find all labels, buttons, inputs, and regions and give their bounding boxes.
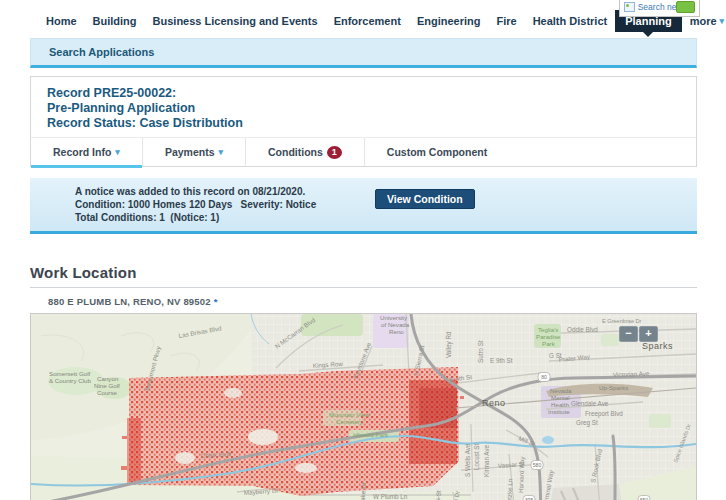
zoom-in-button[interactable]: + <box>639 326 658 342</box>
map-zoom-control: − + <box>619 326 658 342</box>
nav-item-business-licensing[interactable]: Business Licensing and Events <box>145 10 326 32</box>
map-label: Mountain View <box>329 411 370 418</box>
search-go-button[interactable] <box>676 1 695 13</box>
header-search-widget[interactable]: Search nearby <box>619 0 700 17</box>
map-label: Institute <box>548 408 570 415</box>
map-label: Idlewild Park <box>353 431 389 438</box>
map-label: Teglia's <box>538 326 558 333</box>
map-label: Sutro St <box>477 340 484 363</box>
record-number: Record PRE25-00022: <box>47 86 696 101</box>
record-title: Record PRE25-00022: Pre-Planning Applica… <box>31 77 696 137</box>
map-label: Reno <box>482 398 506 408</box>
section-divider <box>30 287 697 288</box>
nav-item-health-district[interactable]: Health District <box>525 10 616 32</box>
view-condition-button[interactable]: View Condition <box>375 189 475 209</box>
map-label: W Plumb Ln <box>373 493 408 500</box>
map-label: Greg St <box>576 419 598 427</box>
map-label: Up-Sparks <box>599 384 628 391</box>
tab-custom-component[interactable]: Custom Component <box>365 138 509 166</box>
chevron-down-icon: ▾ <box>115 148 120 157</box>
chevron-down-icon: ▾ <box>720 17 725 26</box>
nav-item-home[interactable]: Home <box>38 10 85 32</box>
map-label: & Country Club <box>49 377 92 384</box>
record-tabs: Record Info ▾ Payments ▾ Conditions 1 Cu… <box>31 137 696 166</box>
route-shield: 395 <box>523 496 535 500</box>
record-type: Pre-Planning Application <box>47 101 696 116</box>
map-label: Reno <box>389 328 404 335</box>
tab-record-info[interactable]: Record Info ▾ <box>31 138 143 166</box>
map-label: Park <box>542 340 556 347</box>
route-shield: 580 <box>531 461 543 470</box>
map-label: Oddie Blvd <box>567 326 598 333</box>
map-label: S Wells Ave <box>464 443 471 477</box>
record-panel: Record PRE25-00022: Pre-Planning Applica… <box>30 76 697 167</box>
map-label: E 9th St <box>490 357 513 364</box>
zoom-out-button[interactable]: − <box>619 326 638 342</box>
map-label: Kirman Ave <box>483 444 490 477</box>
map-label: Kietzke Ln <box>505 478 514 500</box>
nav-item-engineering[interactable]: Engineering <box>409 10 489 32</box>
map-label: Glendale Ave <box>571 400 609 407</box>
map-label: Valley Rd <box>445 331 453 358</box>
conditions-count-badge: 1 <box>327 146 342 159</box>
nav-item-enforcement[interactable]: Enforcement <box>326 10 409 32</box>
required-asterisk-icon: * <box>214 296 218 307</box>
map-label: Mental <box>551 394 570 401</box>
map-label: Canyon <box>97 375 119 382</box>
tab-conditions[interactable]: Conditions 1 <box>246 138 365 166</box>
nav-item-building[interactable]: Building <box>85 10 145 32</box>
map-label: of Nevada <box>381 321 410 328</box>
search-applications-bar[interactable]: Search Applications <box>30 38 697 68</box>
map-label: Course <box>97 389 118 396</box>
map-label: Somersett Golf <box>49 370 91 377</box>
search-applications-label: Search Applications <box>49 46 154 58</box>
map-canvas[interactable]: 80580395650 Las Brisas BlvdSomersett Gol… <box>31 314 696 500</box>
notice-line-3: Total Conditions: 1 (Notice: 1) <box>75 211 697 224</box>
main-nav: Home Building Business Licensing and Eve… <box>0 0 726 34</box>
notice-banner: A notice was added to this record on 08/… <box>30 178 697 234</box>
svg-text:580: 580 <box>533 462 542 468</box>
map-label: Nevada <box>550 387 572 394</box>
map-label: Locust St <box>473 443 480 470</box>
map-label: Freeport Blvd <box>585 410 623 418</box>
map-label: Health <box>551 401 569 408</box>
route-shield: 80 <box>538 373 550 382</box>
map-label: Nine Golf <box>94 382 120 389</box>
route-shield: 650 <box>638 496 650 500</box>
nav-item-fire[interactable]: Fire <box>488 10 524 32</box>
work-location-address: 880 E PLUMB LN, RENO, NV 89502 * <box>48 296 697 307</box>
map-label: University <box>380 314 408 321</box>
active-tab-pointer <box>643 32 653 37</box>
work-location-heading: Work Location <box>30 264 697 281</box>
svg-text:80: 80 <box>541 374 547 380</box>
map-label: E Greenbrae Dr <box>602 318 642 324</box>
chevron-down-icon: ▾ <box>218 148 223 157</box>
map-label: Victorian Ave <box>613 370 650 378</box>
work-location-map[interactable]: 80580395650 Las Brisas BlvdSomersett Gol… <box>30 313 697 500</box>
tab-payments[interactable]: Payments ▾ <box>143 138 246 166</box>
record-status: Record Status: Case Distribution <box>47 116 696 131</box>
broken-image-icon <box>624 2 635 12</box>
map-label: Cemetery <box>336 418 364 425</box>
map-label: Sparks <box>642 341 673 351</box>
map-label: Paradise <box>536 333 561 340</box>
